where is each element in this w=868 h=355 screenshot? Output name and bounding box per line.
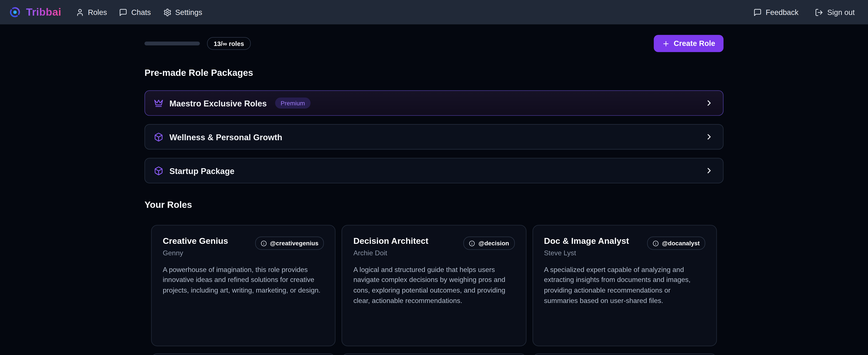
chevron-right-icon	[705, 98, 714, 108]
nav-item-sign-out[interactable]: Sign out	[815, 8, 855, 16]
create-role-label: Create Role	[674, 39, 715, 48]
sign-out-icon	[815, 8, 824, 16]
info-icon	[652, 240, 658, 246]
package-title: Maestro Exclusive Roles	[169, 98, 267, 108]
role-handle: @docanalyst	[662, 240, 700, 247]
role-card[interactable]	[342, 353, 526, 355]
premade-packages-heading: Pre-made Role Packages	[145, 68, 723, 78]
main-nav: Roles Chats Settings	[75, 8, 202, 16]
your-roles-heading: Your Roles	[145, 199, 723, 210]
role-handle-badge[interactable]: @creativegenius	[255, 236, 324, 250]
role-title: Doc & Image Analyst	[544, 236, 629, 246]
package-row-maestro-exclusive-roles[interactable]: Maestro Exclusive Roles Premium	[145, 90, 723, 116]
nav-item-roles[interactable]: Roles	[75, 8, 107, 16]
role-description: A powerhouse of imagination, this role p…	[163, 265, 324, 296]
chevron-right-icon	[705, 166, 714, 175]
role-card-grid: Creative Genius Genny @creativegenius A …	[145, 225, 723, 346]
nav-item-feedback[interactable]: Feedback	[753, 8, 799, 16]
nav-item-settings[interactable]: Settings	[163, 8, 202, 16]
package-icon	[154, 166, 163, 175]
roles-progress-bar	[145, 41, 200, 46]
role-handle: @creativegenius	[270, 240, 318, 247]
tribbai-logo-icon	[9, 6, 21, 18]
user-icon	[75, 8, 84, 16]
navbar: Tribbai Roles Chats	[0, 0, 868, 24]
role-description: A specialized expert capable of analyzin…	[544, 265, 705, 306]
role-title: Creative Genius	[163, 236, 228, 246]
plus-icon	[662, 40, 670, 48]
role-card-grid-next-row	[145, 353, 723, 355]
role-card-creative-genius[interactable]: Creative Genius Genny @creativegenius A …	[151, 225, 336, 346]
roles-count-badge: 13/∞ roles	[207, 37, 251, 50]
role-persona: Steve Lyst	[544, 249, 629, 257]
role-card-doc-image-analyst[interactable]: Doc & Image Analyst Steve Lyst @docanaly…	[532, 225, 717, 346]
info-icon	[260, 240, 267, 246]
package-row-startup-package[interactable]: Startup Package	[145, 158, 723, 183]
role-persona: Genny	[163, 249, 228, 257]
nav-item-label: Roles	[88, 8, 107, 16]
brand-logo[interactable]: Tribbai	[9, 6, 61, 18]
role-persona: Archie Doit	[353, 249, 428, 257]
package-title: Wellness & Personal Growth	[169, 132, 282, 142]
role-handle-badge[interactable]: @docanalyst	[647, 236, 705, 250]
main-content: 13/∞ roles Create Role Pre-made Role Pac…	[0, 24, 868, 355]
app-root: Tribbai Roles Chats	[0, 0, 868, 355]
nav-item-label: Chats	[131, 8, 151, 16]
create-role-button[interactable]: Create Role	[654, 35, 723, 52]
info-icon	[469, 240, 475, 246]
nav-item-chats[interactable]: Chats	[119, 8, 151, 16]
package-list: Maestro Exclusive Roles Premium Wellness…	[145, 90, 723, 183]
premium-badge: Premium	[275, 97, 311, 109]
gear-icon	[163, 8, 171, 16]
role-handle-badge[interactable]: @decision	[463, 236, 515, 250]
package-icon	[154, 132, 163, 142]
role-description: A logical and structured guide that help…	[353, 265, 515, 306]
package-row-wellness-personal-growth[interactable]: Wellness & Personal Growth	[145, 124, 723, 150]
chevron-right-icon	[705, 132, 714, 141]
package-title: Startup Package	[169, 166, 234, 175]
role-title: Decision Architect	[353, 236, 428, 246]
crown-icon	[154, 98, 163, 108]
role-card[interactable]	[532, 353, 717, 355]
role-handle: @decision	[478, 240, 509, 247]
chat-icon	[753, 8, 762, 16]
brand-name: Tribbai	[26, 6, 61, 18]
nav-item-label: Sign out	[827, 8, 855, 16]
nav-item-label: Feedback	[766, 8, 799, 16]
nav-item-label: Settings	[175, 8, 202, 16]
roles-toolbar: 13/∞ roles Create Role	[145, 35, 723, 52]
role-card[interactable]	[151, 353, 336, 355]
role-card-decision-architect[interactable]: Decision Architect Archie Doit @decision…	[342, 225, 526, 346]
chat-icon	[119, 8, 127, 16]
